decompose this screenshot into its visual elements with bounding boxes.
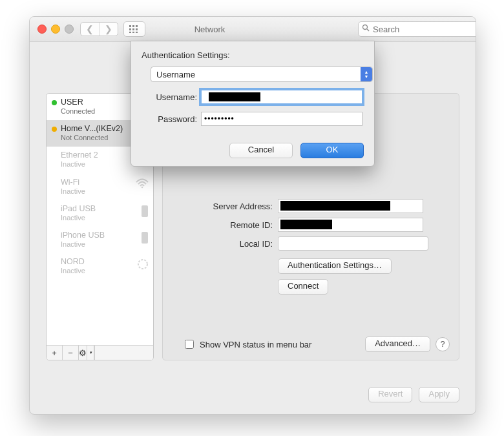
service-item-nord[interactable]: NORD Inactive	[47, 253, 153, 280]
advanced-wrap: Advanced… ?	[365, 337, 450, 352]
service-status: Inactive	[61, 214, 148, 222]
wifi-icon	[135, 178, 149, 191]
revert-button[interactable]: Revert	[368, 387, 412, 402]
popup-arrows-icon: ▲▼	[361, 67, 372, 81]
service-item-wifi[interactable]: Wi-Fi Inactive	[47, 174, 153, 200]
status-dot-idle-icon	[52, 127, 57, 132]
cancel-button[interactable]: Cancel	[229, 143, 293, 158]
device-icon	[140, 231, 149, 247]
bottom-actions: Revert Apply	[368, 387, 459, 402]
svg-rect-14	[142, 232, 148, 244]
search-field-wrapper	[358, 21, 468, 37]
server-address-label: Server Address:	[163, 202, 278, 211]
local-id-label: Local ID:	[163, 239, 278, 249]
service-status: Inactive	[61, 240, 148, 249]
show-vpn-status-checkbox[interactable]: Show VPN status in menu bar	[182, 338, 311, 351]
service-status: Inactive	[61, 267, 148, 275]
service-item-ipad-usb[interactable]: iPad USB Inactive	[47, 200, 153, 227]
server-address-field[interactable]	[278, 199, 423, 213]
row-username: Username:	[142, 90, 364, 104]
service-name: NORD	[61, 257, 148, 267]
auth-method-popup[interactable]: Username ▲▼	[151, 67, 373, 82]
search-input[interactable]	[358, 21, 476, 37]
row-remote-id: Remote ID:	[163, 216, 459, 233]
service-name: iPad USB	[61, 204, 148, 214]
redacted-value	[280, 220, 332, 229]
row-local-id: Local ID:	[163, 235, 459, 252]
service-item-iphone-usb[interactable]: iPhone USB Inactive	[47, 227, 153, 253]
status-dot-connected-icon	[52, 100, 57, 105]
svg-rect-13	[142, 205, 148, 217]
service-list-footer: + − ⚙︎▾	[47, 345, 153, 360]
svg-point-15	[138, 260, 147, 269]
device-icon	[140, 205, 149, 220]
add-service-button[interactable]: +	[47, 346, 63, 360]
service-name: iPhone USB	[61, 231, 148, 240]
username-label: Username:	[142, 92, 197, 102]
local-id-field[interactable]	[278, 236, 428, 251]
ok-button[interactable]: OK	[300, 143, 364, 158]
minimize-window-button[interactable]	[51, 25, 60, 34]
connect-button[interactable]: Connect	[278, 279, 328, 295]
remove-service-button[interactable]: −	[63, 346, 79, 360]
sheet-buttons: Cancel OK	[229, 143, 364, 158]
sheet-heading: Authentication Settings:	[142, 50, 364, 60]
apply-button[interactable]: Apply	[419, 387, 459, 402]
authentication-settings-button[interactable]: Authentication Settings…	[278, 258, 392, 274]
help-button[interactable]: ?	[436, 337, 450, 351]
window-title: Network	[61, 25, 358, 34]
row-server-address: Server Address:	[163, 198, 459, 214]
row-password: Password:	[142, 112, 364, 126]
search-icon	[362, 24, 370, 34]
service-actions-button[interactable]: ⚙︎▾	[79, 346, 95, 360]
remote-id-field[interactable]	[278, 218, 423, 232]
titlebar: ❮ ❯ Network	[30, 17, 476, 42]
svg-line-10	[367, 29, 369, 31]
svg-point-9	[363, 25, 368, 30]
close-window-button[interactable]	[37, 25, 47, 34]
remote-id-label: Remote ID:	[163, 220, 278, 230]
authentication-settings-sheet: Authentication Settings: Username ▲▼ Use…	[131, 41, 375, 167]
password-label: Password:	[142, 114, 197, 124]
settings-buttons: Authentication Settings… Connect	[278, 258, 459, 295]
auth-method-value: Username	[156, 70, 195, 79]
redacted-value	[280, 201, 390, 211]
chevron-down-icon: ▾	[89, 346, 94, 360]
advanced-button[interactable]: Advanced…	[365, 337, 430, 352]
show-vpn-status-input[interactable]	[185, 340, 194, 349]
show-vpn-status-label: Show VPN status in menu bar	[200, 340, 311, 349]
sync-icon	[136, 258, 149, 273]
password-input[interactable]	[201, 112, 362, 126]
svg-point-12	[142, 186, 143, 188]
redacted-value	[209, 92, 260, 101]
